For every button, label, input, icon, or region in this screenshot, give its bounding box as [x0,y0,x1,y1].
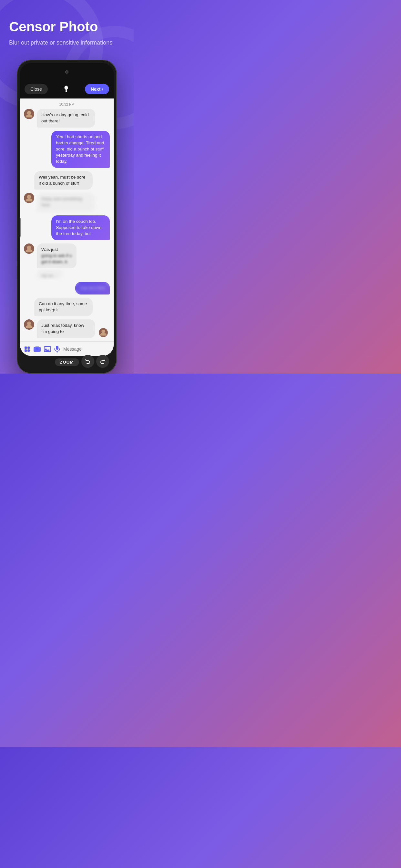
undo-redo-controls [81,355,109,368]
avatar-placeholder [24,171,34,182]
undo-button[interactable] [81,355,94,368]
svg-point-1 [27,195,31,199]
message-bubble: I'm on the couch too. Supposed to take d… [51,215,110,240]
svg-point-4 [101,330,105,333]
zoom-label: ZOOM [55,359,79,366]
grid-icon[interactable] [24,345,30,353]
message-row: Can do it any time, some ppl keep it [24,298,110,316]
chat-screen: 10:32 PM How's ur day going, cold out th… [20,98,114,356]
svg-rect-9 [44,346,51,352]
message-row: I'm on the couch too. Supposed to take d… [24,215,110,240]
next-button[interactable]: Next › [85,84,109,94]
side-handle [20,218,21,237]
message-row: How's ur day going, cold out there! [24,109,110,128]
phone-notch [20,63,114,81]
phone-frame: Close Next › 10:32 PM [17,60,117,374]
avatar [24,193,34,203]
bottom-right-avatar [99,328,108,337]
chat-input-toolbar [20,341,114,356]
avatar [24,319,34,330]
phone-toolbar: Close Next › [20,81,114,98]
message-row: Was just going to ask if u got it down, … [24,244,110,279]
message-row: Daisy and something here [24,193,110,212]
message-bubble: Was just going to ask if u got it down, … [37,244,76,268]
message-bubble-blurred: Can do it this [75,282,110,294]
message-bubble: Well yeah, must be sore if did a bunch o… [34,171,93,190]
svg-rect-6 [27,346,30,349]
camera-dot [65,70,68,73]
page-subtitle: Blur out private or sensitive informatio… [9,39,125,47]
message-bubble-blurred: Daisy and something here [37,193,95,212]
svg-rect-8 [27,349,30,352]
svg-rect-11 [56,346,58,350]
message-bubble: Can do it any time, some ppl keep it [34,298,93,316]
svg-point-3 [27,321,31,326]
message-bubble: Just relax today, know I'm going to [37,319,95,338]
svg-point-2 [27,245,31,249]
message-bubble: Yea I had shorts on and had to change. T… [51,131,110,167]
phone-mockup: Close Next › 10:32 PM [9,60,125,374]
message-row: Can do it this [24,282,110,294]
next-label: Next [91,87,100,92]
svg-rect-7 [25,349,27,352]
svg-rect-5 [25,346,27,349]
chat-timestamp: 10:32 PM [20,98,114,109]
message-bubble-blurred: Up so... [37,270,63,279]
avatar-placeholder [24,298,34,308]
message-input[interactable] [63,346,114,352]
svg-point-10 [45,348,47,349]
message-row: Just relax today, know I'm going to [24,319,110,338]
message-row: Well yeah, must be sore if did a bunch o… [24,171,110,190]
next-chevron: › [102,87,103,92]
avatar [24,109,34,119]
image-icon[interactable] [44,345,51,353]
page-title: Censor Photo [9,20,125,34]
chat-body: How's ur day going, cold out there! Yea … [20,109,114,338]
avatar [24,244,34,254]
redo-button[interactable] [96,355,109,368]
mic-icon[interactable] [54,345,60,353]
message-row: Yea I had shorts on and had to change. T… [24,131,110,167]
message-bubble: How's ur day going, cold out there! [37,109,95,128]
close-button[interactable]: Close [25,84,48,94]
camera-icon[interactable] [34,345,41,353]
svg-point-0 [27,111,31,115]
zoom-toolbar: ZOOM [20,356,114,370]
ink-icon [61,84,72,95]
